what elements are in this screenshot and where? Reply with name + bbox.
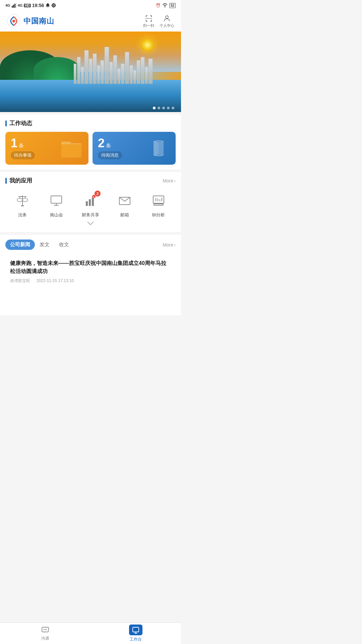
banner-scene bbox=[0, 32, 181, 112]
signal-4g-2: 4G bbox=[18, 3, 23, 7]
work-status-header: 工作动态 bbox=[5, 119, 176, 127]
svg-rect-29 bbox=[51, 196, 62, 203]
app-icon-wrap-nanshan bbox=[48, 192, 65, 209]
app-icon-wrap-bi bbox=[150, 192, 167, 209]
finance-badge: 2 bbox=[95, 191, 101, 197]
scale-icon bbox=[15, 193, 30, 208]
news-more-button[interactable]: More › bbox=[163, 242, 176, 248]
svg-point-16 bbox=[166, 16, 168, 18]
work-card-message-count: 2 bbox=[98, 137, 105, 149]
svg-rect-2 bbox=[14, 4, 15, 8]
work-cards: 1 条 待办事项 2 条 待阅消息 bbox=[5, 132, 176, 165]
app-item-law[interactable]: 法务 bbox=[14, 192, 31, 218]
time: 19:56 bbox=[32, 3, 44, 8]
news-header: 公司新闻 发文 收文 More › bbox=[5, 239, 176, 250]
work-card-message[interactable]: 2 条 待阅消息 bbox=[93, 132, 176, 165]
news-card[interactable]: 健康奔跑，智造未来——胜宝旺庆祝中国南山集团成立40周年马拉松活动圆满成功 赤湾… bbox=[5, 255, 176, 288]
banner-dots bbox=[153, 107, 174, 109]
app-label-law: 法务 bbox=[18, 212, 27, 218]
app-label-mail: 邮箱 bbox=[120, 212, 129, 218]
svg-rect-8 bbox=[146, 15, 146, 17]
work-card-message-label: 待阅消息 bbox=[98, 151, 122, 159]
dot-5 bbox=[172, 107, 174, 109]
svg-rect-28 bbox=[21, 205, 24, 206]
app-icon-wrap-law bbox=[14, 192, 31, 209]
app-header: 中国南山 扫一扫 个人中心 bbox=[0, 11, 181, 32]
mail-icon bbox=[117, 193, 132, 208]
work-status-title-wrap: 工作动态 bbox=[5, 119, 32, 127]
settings-icon bbox=[51, 3, 56, 8]
work-status-bar bbox=[5, 120, 7, 126]
svg-text:2: 2 bbox=[93, 196, 94, 198]
banner[interactable] bbox=[0, 32, 181, 112]
news-chevron-right-icon: › bbox=[174, 242, 176, 248]
signal-4g-1: 4G bbox=[5, 3, 10, 7]
news-date: 2022-11-15 17:13:10 bbox=[37, 278, 74, 283]
news-more-label: More bbox=[163, 242, 173, 248]
svg-rect-0 bbox=[12, 6, 13, 8]
app-item-mail[interactable]: 邮箱 bbox=[116, 192, 133, 218]
app-label-finance: 财务共享 bbox=[82, 212, 99, 218]
svg-rect-1 bbox=[13, 5, 14, 8]
svg-rect-21 bbox=[159, 142, 164, 155]
tab-company-news[interactable]: 公司新闻 bbox=[5, 239, 35, 250]
scan-icon bbox=[145, 14, 153, 22]
work-status-section: 工作动态 1 条 待办事项 bbox=[0, 115, 181, 169]
profile-button[interactable]: 个人中心 bbox=[160, 14, 174, 28]
chevron-down-icon bbox=[86, 221, 95, 226]
svg-rect-40 bbox=[154, 204, 163, 205]
hd-badge: HD bbox=[24, 4, 31, 7]
svg-point-6 bbox=[12, 20, 15, 22]
news-section: 公司新闻 发文 收文 More › 健康奔跑，智造未来——胜宝旺庆祝中国南山集团… bbox=[0, 235, 181, 315]
work-card-todo[interactable]: 1 条 待办事项 bbox=[5, 132, 88, 165]
scan-button[interactable]: 扫一扫 bbox=[143, 14, 154, 28]
dot-2 bbox=[158, 107, 160, 109]
profile-icon bbox=[163, 14, 171, 22]
work-card-todo-label: 待办事项 bbox=[11, 151, 35, 159]
my-apps-header: 我的应用 More › bbox=[5, 177, 176, 184]
svg-rect-35 bbox=[92, 197, 94, 206]
app-item-bi[interactable]: BI分析 bbox=[150, 192, 167, 218]
logo: 中国南山 bbox=[7, 14, 54, 28]
tab-sent[interactable]: 发文 bbox=[35, 239, 54, 250]
folder-icon bbox=[60, 138, 83, 158]
notification-bell-icon bbox=[46, 3, 50, 8]
alarm-icon: ⏰ bbox=[156, 3, 161, 8]
svg-rect-12 bbox=[146, 20, 146, 21]
tab-received[interactable]: 收文 bbox=[54, 239, 74, 250]
my-apps-more-button[interactable]: More › bbox=[163, 178, 176, 183]
app-item-finance[interactable]: 2 2 财务共享 bbox=[82, 192, 99, 218]
svg-rect-3 bbox=[16, 3, 16, 8]
monitor-icon bbox=[49, 193, 64, 208]
app-item-nanshan[interactable]: 南山会 bbox=[48, 192, 65, 218]
banner-buildings bbox=[74, 44, 181, 84]
book-icon bbox=[147, 138, 170, 158]
my-apps-section: 我的应用 More › bbox=[0, 172, 181, 232]
chevron-right-icon: › bbox=[174, 178, 176, 183]
dot-4 bbox=[167, 107, 170, 109]
work-card-message-text: 2 条 待阅消息 bbox=[98, 137, 122, 159]
svg-rect-19 bbox=[61, 144, 81, 157]
app-icon-wrap-mail bbox=[116, 192, 133, 209]
status-right: ⏰ 52 bbox=[156, 3, 176, 8]
svg-point-24 bbox=[17, 198, 22, 202]
dot-3 bbox=[162, 107, 165, 109]
scan-label: 扫一扫 bbox=[143, 23, 154, 28]
status-left: 4G 4G HD 19:56 bbox=[5, 3, 56, 8]
work-card-todo-unit: 条 bbox=[19, 143, 24, 149]
battery-indicator: 52 bbox=[169, 3, 176, 8]
expand-apps-button[interactable] bbox=[5, 218, 176, 227]
my-apps-title-wrap: 我的应用 bbox=[5, 177, 32, 184]
app-label-nanshan: 南山会 bbox=[50, 212, 63, 218]
work-card-todo-count: 1 bbox=[11, 137, 17, 149]
app-grid: 法务 南山会 2 bbox=[5, 189, 176, 218]
svg-rect-20 bbox=[154, 142, 159, 155]
news-title: 健康奔跑，智造未来——胜宝旺庆祝中国南山集团成立40周年马拉松活动圆满成功 bbox=[10, 259, 171, 275]
svg-rect-39 bbox=[153, 196, 164, 203]
header-actions: 扫一扫 个人中心 bbox=[143, 14, 174, 28]
my-apps-bar bbox=[5, 178, 7, 184]
wifi-icon bbox=[162, 3, 168, 7]
app-icon-wrap-finance: 2 2 bbox=[82, 192, 99, 209]
profile-label: 个人中心 bbox=[160, 23, 174, 28]
logo-text: 中国南山 bbox=[23, 16, 54, 26]
